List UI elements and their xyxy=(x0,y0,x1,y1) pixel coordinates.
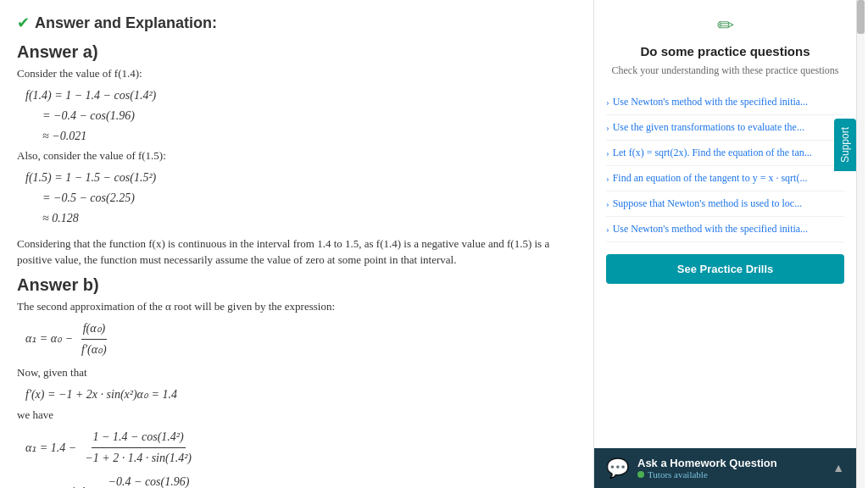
practice-link-text: Let f(x) = sqrt(2x). Find the equation o… xyxy=(613,147,812,159)
practice-link-text: Use Newton's method with the specified i… xyxy=(613,96,808,108)
scrollbar-track xyxy=(857,0,865,488)
we-have-text: we have xyxy=(17,408,576,422)
homework-text: Ask a Homework Question Tutors available xyxy=(637,457,824,480)
answer-header: ✔ Answer and Explanation: xyxy=(17,14,576,32)
fprime-line: f′(x) = −1 + 2x · sin(x²)α₀ = 1.4 xyxy=(25,388,177,401)
chevron-right-icon: › xyxy=(606,224,609,234)
alpha-formula: α₁ = α₀ − f(α₀) f′(α₀) xyxy=(25,319,576,360)
given-text: Now, given that xyxy=(17,366,576,380)
f15-line2: = −0.5 − cos(2.25) xyxy=(42,188,576,208)
answer-a-title: Answer a) xyxy=(17,42,576,62)
answer-b-section: Answer b) The second approximation of th… xyxy=(17,275,576,488)
practice-section: ✏ Do some practice questions Check your … xyxy=(594,0,856,448)
homework-bar[interactable]: 💬 Ask a Homework Question Tutors availab… xyxy=(594,448,856,488)
page-title: Answer and Explanation: xyxy=(35,14,217,32)
practice-icon: ✏ xyxy=(606,14,844,37)
alpha1-pre: α₁ = 1.4 − xyxy=(25,438,76,458)
alpha1-den1: −1 + 2 · 1.4 · sin(1.4²) xyxy=(83,448,193,469)
practice-title: Do some practice questions xyxy=(606,44,844,58)
expand-icon: ▲ xyxy=(832,462,844,475)
answer-a-intro: Consider the value of f(1.4): xyxy=(17,67,576,80)
f14-line3: ≈ −0.021 xyxy=(42,126,576,147)
answer-a-intro2: Also, consider the value of f(1.5): xyxy=(17,149,576,163)
practice-link-text: Use Newton's method with the specified i… xyxy=(613,223,808,236)
sidebar: ✏ Do some practice questions Check your … xyxy=(593,0,856,488)
f15-main: f(1.5) = 1 − 1.5 − cos(1.5²) xyxy=(25,168,576,188)
alpha1-num2: −0.4 − cos(1.96) xyxy=(106,472,191,488)
homework-subtitle: Tutors available xyxy=(637,469,824,480)
practice-subtitle: Check your understanding with these prac… xyxy=(606,64,844,78)
tutors-dot xyxy=(637,471,644,478)
right-scrollbar[interactable] xyxy=(856,0,865,488)
chevron-right-icon: › xyxy=(606,122,609,132)
fprime-expr: f′(x) = −1 + 2x · sin(x²)α₀ = 1.4 xyxy=(25,385,576,405)
practice-link-item[interactable]: ›Let f(x) = sqrt(2x). Find the equation … xyxy=(606,141,844,166)
alpha-denominator: f′(α₀) xyxy=(80,340,108,360)
check-icon: ✔ xyxy=(17,14,30,32)
answer-a-math-f14: f(1.4) = 1 − 1.4 − cos(1.4²) = −0.4 − co… xyxy=(25,86,576,146)
homework-subtitle-text: Tutors available xyxy=(648,469,708,480)
support-tab[interactable]: Support xyxy=(834,119,856,171)
answer-a-section: Answer a) Consider the value of f(1.4): … xyxy=(17,42,576,269)
practice-link-text: Suppose that Newton's method is used to … xyxy=(613,197,802,210)
practice-link-text: Use the given transformations to evaluat… xyxy=(613,121,804,134)
alpha-formula-label: α₁ = α₀ − xyxy=(25,329,73,349)
answer-a-math-f15: f(1.5) = 1 − 1.5 − cos(1.5²) = −0.5 − co… xyxy=(25,168,576,228)
practice-link-item[interactable]: ›Use the given transformations to evalua… xyxy=(606,115,844,141)
homework-title: Ask a Homework Question xyxy=(637,457,824,469)
f15-line3: ≈ 0.128 xyxy=(42,208,576,229)
alpha1-computation: α₁ = 1.4 − 1 − 1.4 − cos(1.4²) −1 + 2 · … xyxy=(25,427,576,488)
see-drills-button[interactable]: See Practice Drills xyxy=(606,254,844,284)
practice-link-item[interactable]: ›Suppose that Newton's method is used to… xyxy=(606,191,844,217)
f14-line2: = −0.4 − cos(1.96) xyxy=(42,106,576,126)
alpha-numerator: f(α₀) xyxy=(81,319,108,340)
answer-a-conclusion: Considering that the function f(x) is co… xyxy=(17,236,576,269)
homework-icon: 💬 xyxy=(606,458,629,480)
f14-main: f(1.4) = 1 − 1.4 − cos(1.4²) xyxy=(25,86,576,106)
alpha-fraction: f(α₀) f′(α₀) xyxy=(80,319,108,360)
alpha1-fraction1: 1 − 1.4 − cos(1.4²) −1 + 2 · 1.4 · sin(1… xyxy=(83,427,193,469)
chevron-right-icon: › xyxy=(606,147,609,158)
chevron-right-icon: › xyxy=(606,198,609,208)
scrollbar-thumb[interactable] xyxy=(857,0,865,34)
answer-b-title: Answer b) xyxy=(17,275,576,295)
main-content: ✔ Answer and Explanation: Answer a) Cons… xyxy=(0,0,593,488)
alpha1-num1: 1 − 1.4 − cos(1.4²) xyxy=(92,427,186,448)
chevron-right-icon: › xyxy=(606,173,609,183)
practice-link-item[interactable]: ›Use Newton's method with the specified … xyxy=(606,90,844,115)
alpha1-fraction2: −0.4 − cos(1.96) −1 + 2.8 sin(1.96) xyxy=(103,472,194,488)
practice-links-list: ›Use Newton's method with the specified … xyxy=(606,90,844,242)
practice-link-text: Find an equation of the tangent to y = x… xyxy=(613,172,808,185)
chevron-right-icon: › xyxy=(606,97,609,107)
alpha1-eq: = 1.4 − xyxy=(59,482,96,488)
practice-link-item[interactable]: ›Use Newton's method with the specified … xyxy=(606,217,844,242)
practice-link-item[interactable]: ›Find an equation of the tangent to y = … xyxy=(606,166,844,191)
answer-b-intro: The second approximation of the α root w… xyxy=(17,300,576,313)
